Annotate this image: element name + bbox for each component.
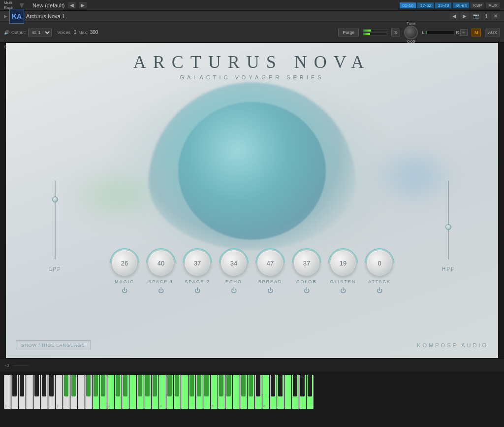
- black-key[interactable]: [271, 375, 275, 396]
- tune-knob[interactable]: [404, 26, 418, 39]
- power-icon-6[interactable]: ⏻: [340, 287, 346, 294]
- range-ksp-button[interactable]: KSP: [471, 2, 484, 8]
- next-preset-button[interactable]: ▶: [79, 2, 87, 8]
- aux-button[interactable]: AUX: [485, 29, 500, 36]
- knob-color[interactable]: 37: [293, 250, 320, 276]
- black-key[interactable]: [94, 375, 98, 396]
- range-17-32-button[interactable]: 17-32: [417, 2, 434, 8]
- black-key[interactable]: [167, 375, 172, 396]
- pan-plus-button[interactable]: +: [460, 29, 468, 36]
- black-key[interactable]: [204, 375, 209, 396]
- black-key[interactable]: [300, 375, 305, 396]
- black-key[interactable]: [12, 375, 17, 396]
- inst-close-button[interactable]: ✕: [491, 13, 500, 19]
- main-panel: ARCTURUS NOVA GALACTIC VOYAGER SERIES LP…: [6, 43, 498, 358]
- output-select[interactable]: st. 1: [28, 29, 52, 36]
- knob-magic[interactable]: 26: [111, 250, 138, 276]
- show-hide-language-button[interactable]: SHOW / HIDE LANGUAGE: [16, 340, 91, 350]
- piano-keys[interactable]: 123456: [4, 375, 314, 409]
- white-key[interactable]: 5: [211, 375, 218, 409]
- black-key[interactable]: [197, 375, 201, 396]
- lpf-track[interactable]: [55, 181, 56, 260]
- white-key[interactable]: 3: [107, 375, 114, 409]
- white-key[interactable]: [26, 375, 33, 409]
- black-key[interactable]: [42, 375, 46, 396]
- black-key[interactable]: [64, 375, 68, 396]
- lpf-slider[interactable]: LPF: [49, 181, 61, 272]
- kompose-audio-label: KOMPOSE AUDIO: [417, 342, 488, 348]
- black-key[interactable]: [138, 375, 142, 396]
- ka-badge: KA: [9, 9, 24, 24]
- black-key[interactable]: [189, 375, 194, 396]
- knob-space1[interactable]: 40: [148, 250, 174, 276]
- mute-button[interactable]: M: [472, 29, 481, 36]
- black-key[interactable]: [308, 375, 312, 396]
- inst-camera-button[interactable]: 📷: [471, 13, 481, 19]
- range-33-48-button[interactable]: 33-48: [435, 2, 451, 8]
- black-key[interactable]: [145, 375, 150, 396]
- knob-item-spread: 47 SPREAD ⏻: [257, 250, 284, 294]
- black-key[interactable]: [293, 375, 297, 396]
- black-key[interactable]: [71, 375, 76, 396]
- prev-preset-button[interactable]: ◀: [68, 2, 76, 8]
- black-key[interactable]: [123, 375, 127, 396]
- power-icon-1[interactable]: ⏻: [158, 287, 164, 294]
- white-key[interactable]: [233, 375, 240, 409]
- white-key[interactable]: 4: [159, 375, 166, 409]
- inst-info-button[interactable]: ℹ: [483, 13, 490, 19]
- range-aux-button[interactable]: AUX: [486, 2, 500, 8]
- white-key[interactable]: 2: [56, 375, 63, 409]
- output-label: Output:: [11, 30, 26, 35]
- black-key[interactable]: [256, 375, 260, 396]
- black-key[interactable]: [226, 375, 231, 396]
- knob-attack[interactable]: 0: [366, 250, 393, 276]
- power-icon-2[interactable]: ⏻: [194, 287, 200, 294]
- hpf-thumb[interactable]: [445, 224, 451, 230]
- white-key[interactable]: 1: [4, 375, 11, 409]
- black-key[interactable]: [101, 375, 105, 396]
- piano-container: 123456: [0, 372, 504, 412]
- lpf-thumb[interactable]: [52, 197, 58, 202]
- hpf-slider[interactable]: HPF: [442, 181, 455, 272]
- power-icon-4[interactable]: ⏻: [267, 287, 273, 294]
- tune-label: Tune: [407, 21, 415, 26]
- main-title: ARCTURUS NOVA GALACTIC VOYAGER SERIES: [133, 52, 371, 80]
- knob-glisten[interactable]: 19: [330, 250, 356, 276]
- white-key[interactable]: 6: [262, 375, 269, 409]
- white-key[interactable]: [129, 375, 136, 409]
- purge-button[interactable]: Purge: [338, 29, 359, 36]
- black-key[interactable]: [86, 375, 91, 396]
- range-49-64-button[interactable]: 49-64: [453, 2, 469, 8]
- right-controls: Purge S Tune 0.00 L: [338, 21, 500, 44]
- plugin-title: ARCTURUS NOVA: [133, 52, 371, 72]
- voices-label: Voices:: [58, 30, 72, 35]
- inst-next-button[interactable]: ▶: [460, 13, 469, 19]
- black-key[interactable]: [116, 375, 120, 396]
- planet-core: [178, 102, 326, 240]
- white-key[interactable]: [181, 375, 188, 409]
- knob-spread[interactable]: 47: [257, 250, 284, 276]
- black-key[interactable]: [249, 375, 253, 396]
- black-key[interactable]: [34, 375, 39, 396]
- power-icon-7[interactable]: ⏻: [377, 287, 382, 294]
- knob-echo[interactable]: 34: [220, 250, 247, 276]
- knob-space2[interactable]: 37: [184, 250, 211, 276]
- black-key[interactable]: [20, 375, 24, 396]
- black-key[interactable]: [175, 375, 179, 396]
- plugin-subtitle: GALACTIC VOYAGER SERIES: [133, 74, 371, 80]
- power-icon-3[interactable]: ⏻: [231, 287, 237, 294]
- black-key[interactable]: [241, 375, 246, 396]
- knob-item-attack: 0 ATTACK ⏻: [366, 250, 393, 294]
- black-key[interactable]: [153, 375, 157, 396]
- white-key[interactable]: [284, 375, 291, 409]
- inst-prev-button[interactable]: ◀: [450, 13, 459, 19]
- white-key[interactable]: [78, 375, 85, 409]
- black-key[interactable]: [278, 375, 283, 396]
- range-01-16-button[interactable]: 01-16: [400, 2, 416, 8]
- power-icon-0[interactable]: ⏻: [122, 287, 127, 294]
- black-key[interactable]: [49, 375, 54, 396]
- power-icon-5[interactable]: ⏻: [304, 287, 310, 294]
- hpf-track[interactable]: [448, 181, 449, 260]
- black-key[interactable]: [219, 375, 223, 396]
- solo-button[interactable]: S: [391, 29, 400, 36]
